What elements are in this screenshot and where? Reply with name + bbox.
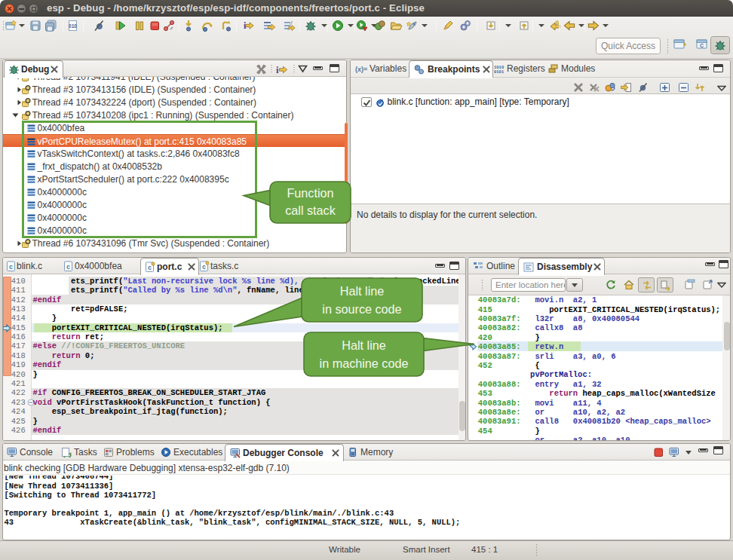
svg-text:(x)=: (x)= bbox=[355, 66, 367, 73]
svg-text:0101: 0101 bbox=[494, 69, 505, 75]
svg-text:010: 010 bbox=[69, 23, 77, 29]
svg-text:c: c bbox=[66, 264, 70, 271]
svg-text:i: i bbox=[276, 65, 279, 75]
svg-text:c: c bbox=[202, 264, 206, 271]
svg-text:c: c bbox=[9, 264, 13, 271]
svg-text:C: C bbox=[700, 43, 704, 48]
svg-text:c: c bbox=[148, 265, 152, 272]
